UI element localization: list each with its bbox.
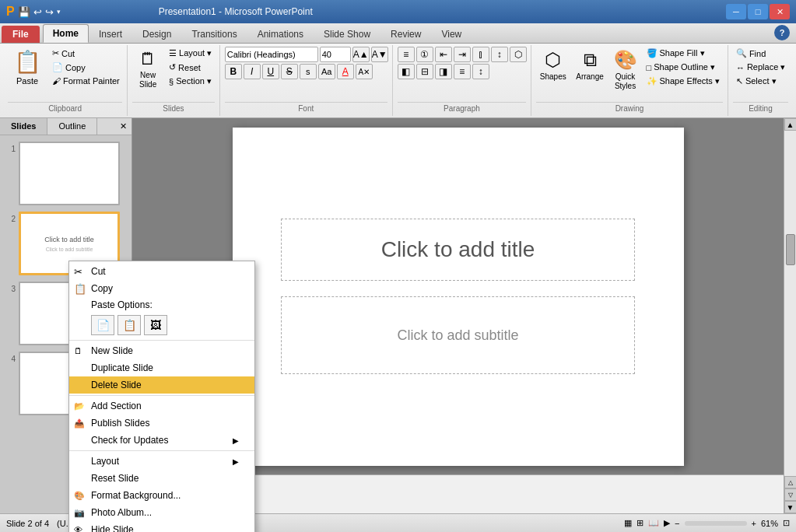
shrink-font-button[interactable]: A▼ [371,47,388,62]
slide-title-placeholder[interactable]: Click to add title [281,219,635,281]
ctx-add-section[interactable]: 📂 Add Section [69,397,254,415]
save-icon[interactable]: 💾 [18,6,30,18]
paste-option-3[interactable]: 🖼 [144,315,167,335]
new-slide-button[interactable]: 🗒 NewSlide [132,47,163,92]
align-left-button[interactable]: ◧ [398,64,415,79]
tab-design[interactable]: Design [132,25,181,43]
paste-option-2[interactable]: 📋 [117,315,141,335]
tab-animations[interactable]: Animations [247,25,314,43]
ctx-layout[interactable]: Layout ▶ [69,453,254,470]
tab-home[interactable]: Home [43,24,89,43]
view-reading-icon[interactable]: 📖 [648,518,659,528]
align-center-button[interactable]: ⊟ [416,64,433,79]
dropdown-arrow-icon[interactable]: ▾ [57,8,61,16]
ctx-check-updates[interactable]: Check for Updates ▶ [69,432,254,449]
tab-transitions[interactable]: Transitions [181,25,247,43]
ctx-copy[interactable]: 📋 Copy [69,280,254,297]
copy-button[interactable]: 📄 Copy [49,61,123,74]
scroll-up-button[interactable]: ▲ [784,118,797,131]
zoom-increase-button[interactable]: + [752,519,756,528]
clear-format-button[interactable]: A✕ [356,64,373,79]
shape-outline-button[interactable]: □ Shape Outline ▾ [643,61,723,74]
slides-tab[interactable]: Slides [0,118,47,135]
decrease-indent-button[interactable]: ⇤ [435,47,452,62]
format-painter-button[interactable]: 🖌 Format Painter [49,75,123,87]
scroll-track[interactable] [784,131,796,476]
ctx-cut[interactable]: ✂ Cut [69,263,254,280]
columns-button[interactable]: ⫿ [472,47,489,62]
zoom-slider[interactable] [685,521,747,526]
ctx-publish-slides[interactable]: 📤 Publish Slides [69,415,254,432]
ctx-sep-2 [69,395,254,396]
slide-thumb-1[interactable]: 1 [5,142,127,205]
view-sorter-icon[interactable]: ⊞ [636,518,643,528]
ctx-layout-label: Layout [91,456,119,467]
help-button[interactable]: ? [774,25,790,40]
strikethrough-button[interactable]: S [281,64,298,79]
shape-effects-button[interactable]: ✨ Shape Effects ▾ [643,75,723,88]
ctx-duplicate-slide[interactable]: Duplicate Slide [69,359,254,376]
tab-insert[interactable]: Insert [89,25,132,43]
justify-button[interactable]: ≡ [454,64,471,79]
scroll-down-button[interactable]: ▼ [784,501,797,513]
undo-icon[interactable]: ↩ [33,6,42,18]
scroll-page-down-button[interactable]: ▽ [784,488,797,501]
font-color-button[interactable]: A [337,64,354,79]
tab-review[interactable]: Review [380,25,431,43]
numbering-button[interactable]: ① [416,47,433,62]
paste-option-1[interactable]: 📄 [91,315,114,335]
font-name-input[interactable] [225,47,318,62]
ctx-format-bg[interactable]: 🎨 Format Background... [69,487,254,504]
fit-window-button[interactable]: ⊡ [783,518,790,528]
ctx-reset-slide[interactable]: Reset Slide [69,470,254,487]
close-button[interactable]: ✕ [770,4,790,19]
shape-fill-button[interactable]: 🪣 Shape Fill ▾ [643,47,723,60]
layout-button[interactable]: ☰ Layout ▾ [166,47,215,60]
increase-indent-button[interactable]: ⇥ [454,47,471,62]
bold-button[interactable]: B [225,64,242,79]
tab-file[interactable]: File [2,26,40,43]
tab-view[interactable]: View [431,25,472,43]
italic-button[interactable]: I [244,64,261,79]
maximize-button[interactable]: □ [748,4,768,19]
ctx-new-slide[interactable]: 🗒 New Slide [69,342,254,359]
underline-button[interactable]: U [262,64,279,79]
panel-close-button[interactable]: ✕ [115,118,131,135]
view-slideshow-icon[interactable]: ▶ [664,518,670,528]
grow-font-button[interactable]: A▲ [352,47,370,62]
convert-smartart-button[interactable]: ⬡ [510,47,527,62]
line-spacing-button[interactable]: ↕ [472,64,489,79]
align-right-button[interactable]: ◨ [435,64,452,79]
paste-button[interactable]: 📋 Paste [8,47,47,88]
redo-icon[interactable]: ↪ [45,6,54,18]
ctx-photo-album[interactable]: 📷 Photo Album... [69,504,254,521]
text-direction-button[interactable]: ↕ [491,47,508,62]
ribbon-tabs: File Home Insert Design Transitions Anim… [0,23,796,44]
select-button[interactable]: ↖ Select ▾ [733,75,788,88]
cut-button[interactable]: ✂ Cut [49,47,123,60]
tab-slideshow[interactable]: Slide Show [314,25,380,43]
paragraph-content: ≡ ① ⇤ ⇥ ⫿ ↕ ⬡ ◧ ⊟ ◨ ≡ ↕ [398,47,526,100]
scroll-thumb[interactable] [786,234,795,265]
quick-styles-button[interactable]: 🎨 QuickStyles [610,47,641,93]
change-case-button[interactable]: Aa [318,64,335,79]
find-button[interactable]: 🔍 Find [733,47,788,60]
slide-subtitle-placeholder[interactable]: Click to add subtitle [281,296,635,374]
shape-outline-label: Shape Outline ▾ [654,62,715,72]
section-button[interactable]: § Section ▾ [166,75,215,88]
shapes-button[interactable]: ⬡ Shapes [536,47,570,83]
font-size-input[interactable] [320,47,351,62]
arrange-button[interactable]: ⧉ Arrange [572,47,607,83]
view-normal-icon[interactable]: ▦ [624,518,632,528]
replace-button[interactable]: ↔ Replace ▾ [733,61,788,74]
minimize-button[interactable]: ─ [726,4,746,19]
shadow-button[interactable]: s [300,64,317,79]
bullets-button[interactable]: ≡ [398,47,415,62]
arrange-icon: ⧉ [584,49,597,71]
scroll-page-up-button[interactable]: △ [784,476,797,488]
zoom-decrease-button[interactable]: − [675,519,679,528]
reset-button[interactable]: ↺ Reset [166,61,215,74]
outline-tab[interactable]: Outline [47,118,97,135]
ctx-hide-slide[interactable]: 👁 Hide Slide [69,521,254,532]
ctx-delete-slide[interactable]: Delete Slide [69,376,254,394]
